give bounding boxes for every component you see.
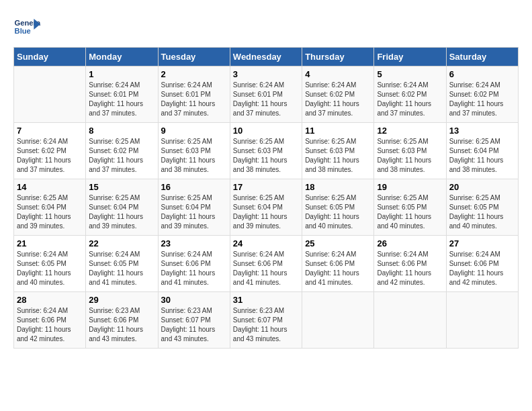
day-info: Sunrise: 6:24 AM Sunset: 6:02 PM Dayligh…	[377, 81, 443, 118]
day-number: 21	[17, 238, 83, 248]
calendar-cell: 27Sunrise: 6:24 AM Sunset: 6:06 PM Dayli…	[446, 236, 518, 292]
calendar-cell: 17Sunrise: 6:25 AM Sunset: 6:04 PM Dayli…	[230, 179, 302, 236]
day-info: Sunrise: 6:24 AM Sunset: 6:05 PM Dayligh…	[17, 250, 83, 287]
day-number: 1	[89, 69, 154, 79]
logo: General Blue	[13, 13, 40, 40]
day-number: 9	[161, 126, 227, 136]
weekday-header-monday: Monday	[86, 48, 158, 66]
day-number: 24	[233, 238, 299, 248]
day-number: 3	[233, 69, 299, 79]
day-number: 14	[17, 182, 83, 192]
calendar-cell: 13Sunrise: 6:25 AM Sunset: 6:04 PM Dayli…	[446, 123, 518, 179]
weekday-header-saturday: Saturday	[446, 48, 518, 66]
weekday-header-sunday: Sunday	[14, 48, 86, 66]
calendar-cell: 28Sunrise: 6:24 AM Sunset: 6:06 PM Dayli…	[14, 292, 86, 349]
calendar-week-2: 7Sunrise: 6:24 AM Sunset: 6:02 PM Daylig…	[14, 123, 519, 179]
calendar-cell: 12Sunrise: 6:25 AM Sunset: 6:03 PM Dayli…	[374, 123, 446, 179]
day-info: Sunrise: 6:25 AM Sunset: 6:03 PM Dayligh…	[161, 137, 227, 175]
calendar-cell: 29Sunrise: 6:23 AM Sunset: 6:06 PM Dayli…	[86, 292, 158, 349]
day-number: 5	[377, 69, 443, 79]
day-info: Sunrise: 6:25 AM Sunset: 6:02 PM Dayligh…	[89, 137, 154, 175]
day-info: Sunrise: 6:25 AM Sunset: 6:04 PM Dayligh…	[449, 137, 515, 175]
calendar-cell: 25Sunrise: 6:24 AM Sunset: 6:06 PM Dayli…	[302, 236, 374, 292]
calendar-cell: 3Sunrise: 6:24 AM Sunset: 6:01 PM Daylig…	[230, 66, 302, 123]
calendar-cell	[446, 292, 518, 349]
day-info: Sunrise: 6:24 AM Sunset: 6:02 PM Dayligh…	[17, 137, 83, 175]
calendar-cell: 31Sunrise: 6:23 AM Sunset: 6:07 PM Dayli…	[230, 292, 302, 349]
day-info: Sunrise: 6:24 AM Sunset: 6:06 PM Dayligh…	[233, 250, 299, 287]
calendar-cell: 11Sunrise: 6:25 AM Sunset: 6:03 PM Dayli…	[302, 123, 374, 179]
day-number: 23	[161, 238, 227, 248]
calendar-cell: 2Sunrise: 6:24 AM Sunset: 6:01 PM Daylig…	[158, 66, 230, 123]
day-info: Sunrise: 6:25 AM Sunset: 6:04 PM Dayligh…	[233, 193, 299, 231]
day-info: Sunrise: 6:24 AM Sunset: 6:02 PM Dayligh…	[449, 81, 515, 118]
day-info: Sunrise: 6:25 AM Sunset: 6:04 PM Dayligh…	[17, 193, 83, 231]
weekday-header-friday: Friday	[374, 48, 446, 66]
day-number: 29	[89, 295, 154, 305]
day-number: 13	[449, 126, 515, 136]
day-info: Sunrise: 6:23 AM Sunset: 6:06 PM Dayligh…	[89, 306, 154, 344]
day-info: Sunrise: 6:24 AM Sunset: 6:06 PM Dayligh…	[17, 306, 83, 344]
day-number: 15	[89, 182, 154, 192]
day-info: Sunrise: 6:23 AM Sunset: 6:07 PM Dayligh…	[161, 306, 227, 344]
calendar-cell: 7Sunrise: 6:24 AM Sunset: 6:02 PM Daylig…	[14, 123, 86, 179]
day-info: Sunrise: 6:24 AM Sunset: 6:06 PM Dayligh…	[161, 250, 227, 287]
logo-icon: General Blue	[13, 13, 40, 40]
day-info: Sunrise: 6:25 AM Sunset: 6:03 PM Dayligh…	[377, 137, 443, 175]
day-info: Sunrise: 6:24 AM Sunset: 6:06 PM Dayligh…	[449, 250, 515, 287]
day-number: 4	[305, 69, 371, 79]
day-number: 26	[377, 238, 443, 248]
page-header: General Blue	[13, 13, 519, 40]
day-number: 12	[377, 126, 443, 136]
day-number: 19	[377, 182, 443, 192]
day-number: 2	[161, 69, 227, 79]
day-number: 10	[233, 126, 299, 136]
calendar-week-5: 28Sunrise: 6:24 AM Sunset: 6:06 PM Dayli…	[14, 292, 519, 349]
day-number: 7	[17, 126, 83, 136]
calendar-cell: 23Sunrise: 6:24 AM Sunset: 6:06 PM Dayli…	[158, 236, 230, 292]
day-info: Sunrise: 6:25 AM Sunset: 6:04 PM Dayligh…	[161, 193, 227, 231]
calendar-table: SundayMondayTuesdayWednesdayThursdayFrid…	[13, 47, 519, 349]
day-info: Sunrise: 6:24 AM Sunset: 6:01 PM Dayligh…	[89, 81, 154, 118]
day-number: 28	[17, 295, 83, 305]
calendar-week-3: 14Sunrise: 6:25 AM Sunset: 6:04 PM Dayli…	[14, 179, 519, 236]
calendar-cell: 21Sunrise: 6:24 AM Sunset: 6:05 PM Dayli…	[14, 236, 86, 292]
calendar-cell: 19Sunrise: 6:25 AM Sunset: 6:05 PM Dayli…	[374, 179, 446, 236]
calendar-cell: 6Sunrise: 6:24 AM Sunset: 6:02 PM Daylig…	[446, 66, 518, 123]
day-info: Sunrise: 6:25 AM Sunset: 6:04 PM Dayligh…	[89, 193, 154, 231]
calendar-cell: 4Sunrise: 6:24 AM Sunset: 6:02 PM Daylig…	[302, 66, 374, 123]
day-number: 18	[305, 182, 371, 192]
calendar-cell	[374, 292, 446, 349]
day-number: 6	[449, 69, 515, 79]
calendar-week-1: 1Sunrise: 6:24 AM Sunset: 6:01 PM Daylig…	[14, 66, 519, 123]
weekday-header-tuesday: Tuesday	[158, 48, 230, 66]
day-info: Sunrise: 6:24 AM Sunset: 6:06 PM Dayligh…	[305, 250, 371, 287]
calendar-cell: 5Sunrise: 6:24 AM Sunset: 6:02 PM Daylig…	[374, 66, 446, 123]
day-info: Sunrise: 6:24 AM Sunset: 6:01 PM Dayligh…	[233, 81, 299, 118]
day-number: 22	[89, 238, 154, 248]
calendar-week-4: 21Sunrise: 6:24 AM Sunset: 6:05 PM Dayli…	[14, 236, 519, 292]
calendar-cell: 26Sunrise: 6:24 AM Sunset: 6:06 PM Dayli…	[374, 236, 446, 292]
calendar-cell: 10Sunrise: 6:25 AM Sunset: 6:03 PM Dayli…	[230, 123, 302, 179]
day-info: Sunrise: 6:24 AM Sunset: 6:01 PM Dayligh…	[161, 81, 227, 118]
day-number: 11	[305, 126, 371, 136]
calendar-cell: 24Sunrise: 6:24 AM Sunset: 6:06 PM Dayli…	[230, 236, 302, 292]
calendar-cell: 1Sunrise: 6:24 AM Sunset: 6:01 PM Daylig…	[86, 66, 158, 123]
calendar-cell	[14, 66, 86, 123]
day-number: 25	[305, 238, 371, 248]
weekday-header-thursday: Thursday	[302, 48, 374, 66]
day-number: 30	[161, 295, 227, 305]
day-info: Sunrise: 6:24 AM Sunset: 6:02 PM Dayligh…	[305, 81, 371, 118]
day-info: Sunrise: 6:25 AM Sunset: 6:05 PM Dayligh…	[449, 193, 515, 231]
day-number: 8	[89, 126, 154, 136]
calendar-header: SundayMondayTuesdayWednesdayThursdayFrid…	[14, 48, 519, 66]
calendar-cell: 18Sunrise: 6:25 AM Sunset: 6:05 PM Dayli…	[302, 179, 374, 236]
svg-text:Blue: Blue	[15, 27, 31, 35]
calendar-body: 1Sunrise: 6:24 AM Sunset: 6:01 PM Daylig…	[14, 66, 519, 349]
calendar-cell: 30Sunrise: 6:23 AM Sunset: 6:07 PM Dayli…	[158, 292, 230, 349]
day-number: 27	[449, 238, 515, 248]
day-number: 17	[233, 182, 299, 192]
calendar-cell: 22Sunrise: 6:24 AM Sunset: 6:05 PM Dayli…	[86, 236, 158, 292]
calendar-cell: 8Sunrise: 6:25 AM Sunset: 6:02 PM Daylig…	[86, 123, 158, 179]
day-info: Sunrise: 6:25 AM Sunset: 6:03 PM Dayligh…	[233, 137, 299, 175]
